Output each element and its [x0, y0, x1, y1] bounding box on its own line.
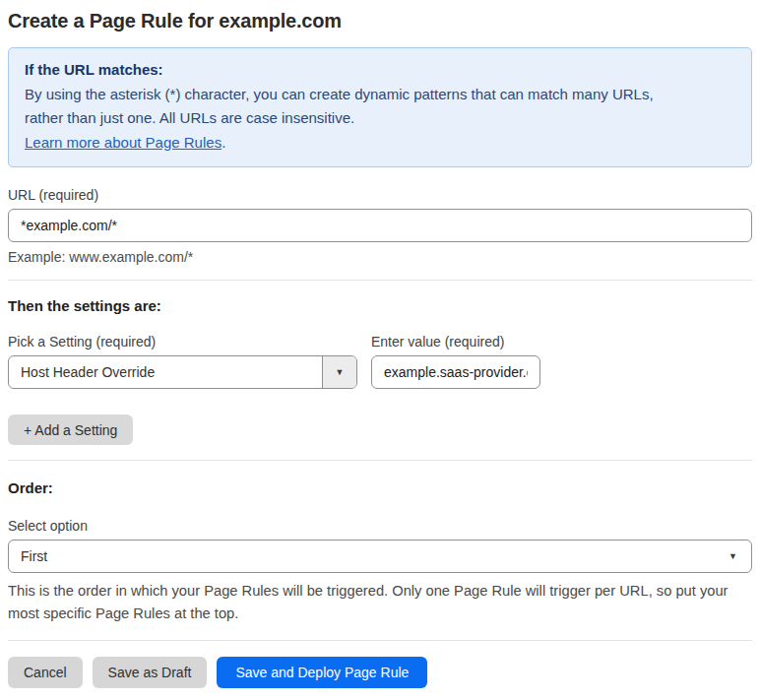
- order-select[interactable]: First ▼: [8, 540, 752, 573]
- order-section-heading: Order:: [8, 479, 752, 496]
- add-setting-button[interactable]: + Add a Setting: [8, 414, 133, 445]
- pick-setting-dropdown-button[interactable]: ▼: [322, 356, 356, 388]
- chevron-down-icon: ▼: [728, 552, 751, 561]
- url-example-text: Example: www.example.com/*: [8, 249, 752, 265]
- info-box-body-line1: By using the asterisk (*) character, you…: [25, 83, 735, 107]
- pick-setting-selected-value: Host Header Override: [9, 364, 322, 380]
- settings-section-heading: Then the settings are:: [8, 297, 752, 314]
- cancel-button[interactable]: Cancel: [8, 657, 83, 688]
- divider: [8, 460, 752, 461]
- order-select-label: Select option: [8, 518, 752, 534]
- info-box-link-line: Learn more about Page Rules.: [25, 131, 735, 156]
- pick-setting-column: Pick a Setting (required) Host Header Ov…: [8, 314, 357, 389]
- url-input[interactable]: [8, 209, 752, 242]
- pick-setting-label: Pick a Setting (required): [8, 334, 357, 350]
- enter-value-label: Enter value (required): [371, 334, 540, 350]
- order-selected-value: First: [9, 548, 728, 564]
- info-box-body-line2: rather than just one. All URLs are case …: [25, 106, 735, 131]
- url-label: URL (required): [8, 187, 752, 203]
- setting-value-input[interactable]: [371, 355, 540, 389]
- divider: [8, 280, 752, 281]
- chevron-down-icon: ▼: [336, 368, 345, 377]
- url-match-info-box: If the URL matches: By using the asteris…: [8, 47, 752, 167]
- settings-row: Pick a Setting (required) Host Header Ov…: [8, 314, 752, 389]
- pick-setting-select[interactable]: Host Header Override ▼: [8, 355, 357, 389]
- enter-value-column: Enter value (required): [371, 314, 540, 389]
- divider: [8, 640, 752, 641]
- learn-more-link[interactable]: Learn more about Page Rules: [25, 134, 222, 151]
- footer-actions: Cancel Save as Draft Save and Deploy Pag…: [8, 657, 752, 688]
- save-and-deploy-button[interactable]: Save and Deploy Page Rule: [217, 657, 427, 688]
- link-period: .: [222, 134, 225, 151]
- save-as-draft-button[interactable]: Save as Draft: [93, 657, 208, 688]
- info-box-heading: If the URL matches:: [25, 58, 735, 83]
- page-title: Create a Page Rule for example.com: [8, 10, 752, 32]
- order-help-text: This is the order in which your Page Rul…: [8, 580, 752, 625]
